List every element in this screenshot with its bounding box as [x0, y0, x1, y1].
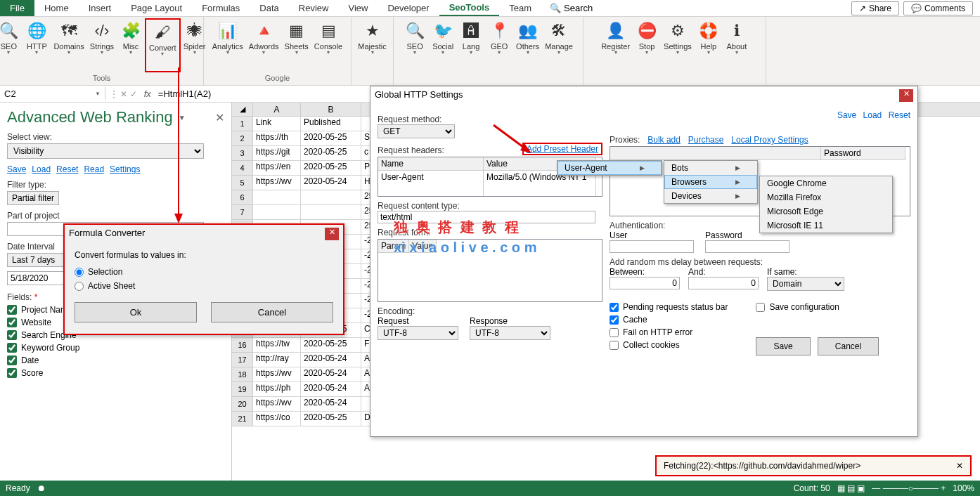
- cancel-button[interactable]: Cancel: [211, 302, 333, 322]
- enc-response-select[interactable]: UTF-8: [470, 326, 550, 340]
- radio-active-sheet[interactable]: [75, 282, 84, 291]
- comments-button[interactable]: 💬Comments: [903, 1, 973, 15]
- menu-home[interactable]: Home: [34, 0, 79, 16]
- chk-date[interactable]: [7, 355, 17, 365]
- http-top-links: Save Load Reset: [610, 110, 910, 120]
- auth-user-input[interactable]: [610, 240, 694, 253]
- link-settings[interactable]: Settings: [110, 164, 140, 174]
- menu-user-agent[interactable]: User-Agent▶: [557, 161, 662, 175]
- col-header-a[interactable]: A: [253, 103, 301, 116]
- ribbon-domains[interactable]: 🗺Domains▾: [51, 18, 86, 72]
- link-save[interactable]: Save: [7, 164, 26, 174]
- proxy-local-settings[interactable]: Local Proxy Settings: [731, 135, 808, 145]
- fx-buttons[interactable]: ⋮ ✕ ✓: [105, 89, 141, 99]
- ribbon-sheets[interactable]: ▦Sheets▾: [282, 18, 311, 72]
- request-method-select[interactable]: GET: [378, 124, 455, 138]
- chk-cache[interactable]: [610, 315, 619, 325]
- file-tab[interactable]: File: [0, 0, 34, 16]
- delay-ifsame[interactable]: Domain: [767, 277, 844, 291]
- ribbon-seo[interactable]: 🔍SEO▾: [0, 18, 22, 72]
- http-save-link[interactable]: Save: [837, 110, 856, 120]
- chk-project-name[interactable]: [7, 305, 17, 315]
- menu-search[interactable]: 🔍Search: [541, 0, 601, 16]
- ribbon-misc[interactable]: 🧩Misc▾: [117, 18, 145, 72]
- chk-search-engine[interactable]: [7, 330, 17, 340]
- filter-type-button[interactable]: Partial filter: [7, 191, 59, 205]
- ribbon-geo[interactable]: 📍GEO▾: [485, 18, 513, 72]
- http-save-button[interactable]: Save: [756, 337, 810, 355]
- ribbon-others[interactable]: 👥Others▾: [513, 18, 542, 72]
- ribbon-register[interactable]: 👤Register▾: [598, 18, 633, 72]
- panel-close-icon[interactable]: ✕: [215, 111, 224, 124]
- ribbon-manage[interactable]: 🛠Manage▾: [542, 18, 576, 72]
- menu-formulas[interactable]: Formulas: [192, 0, 250, 16]
- chk-savecfg[interactable]: [756, 303, 765, 312]
- ribbon-http[interactable]: 🌐HTTP▾: [22, 18, 51, 72]
- ribbon-settings[interactable]: ⚙Settings▾: [661, 18, 695, 72]
- chk-website[interactable]: [7, 318, 17, 327]
- ribbon-majestic[interactable]: ★Majestic▾: [355, 18, 389, 72]
- ribbon-spider[interactable]: 🕷Spider▾: [181, 18, 209, 72]
- http-reset-link[interactable]: Reset: [889, 110, 910, 120]
- menu-bots[interactable]: Bots▶: [664, 161, 757, 175]
- http-load-link[interactable]: Load: [863, 110, 882, 120]
- menu-team[interactable]: Team: [499, 0, 541, 16]
- auth-password-input[interactable]: [705, 240, 789, 253]
- dialog-close-button[interactable]: ✕: [325, 228, 339, 240]
- fetching-close-icon[interactable]: ✕: [956, 461, 963, 471]
- console-icon: ▤: [317, 20, 340, 42]
- status-zoom[interactable]: 100%: [953, 483, 974, 493]
- ribbon-analytics[interactable]: 📊Analytics▾: [209, 18, 246, 72]
- menu-seotools[interactable]: SeoTools: [439, 0, 500, 16]
- menubar: File Home Insert Page Layout Formulas Da…: [0, 0, 980, 17]
- share-button[interactable]: ↗Share: [851, 1, 899, 15]
- col-header-b[interactable]: B: [301, 103, 361, 116]
- menu-insert[interactable]: Insert: [79, 0, 122, 16]
- view-icons[interactable]: ▦ ▤ ▣: [837, 483, 865, 493]
- menu-browsers[interactable]: Browsers▶: [664, 175, 757, 189]
- ribbon-convert[interactable]: 🖌Convert▾: [145, 18, 181, 72]
- ribbon-help[interactable]: 🛟Help▾: [695, 18, 723, 72]
- proxy-purchase[interactable]: Purchase: [688, 135, 724, 145]
- ribbon-stop[interactable]: ⛔Stop▾: [633, 18, 661, 72]
- radio-selection[interactable]: [75, 268, 84, 277]
- delay-between[interactable]: [610, 277, 680, 289]
- chk-fail[interactable]: [610, 328, 619, 337]
- ribbon-seo[interactable]: 🔍SEO▾: [401, 18, 429, 72]
- preset-menu-3[interactable]: Google Chrome Mozilla Firefox Microsoft …: [759, 176, 893, 233]
- menu-devices[interactable]: Devices▶: [664, 189, 757, 203]
- menu-developer[interactable]: Developer: [378, 0, 439, 16]
- menu-ie11[interactable]: Microsoft IE 11: [760, 218, 892, 233]
- link-reset[interactable]: Reset: [56, 164, 78, 174]
- http-dialog-close[interactable]: ✕: [899, 89, 913, 102]
- ok-button[interactable]: Ok: [75, 302, 197, 322]
- menu-view[interactable]: View: [338, 0, 378, 16]
- proxy-bulk-add[interactable]: Bulk add: [647, 135, 681, 145]
- preset-menu-1[interactable]: User-Agent▶: [557, 160, 662, 176]
- menu-data[interactable]: Data: [250, 0, 288, 16]
- ribbon-social[interactable]: 🐦Social▾: [429, 18, 457, 72]
- menu-edge[interactable]: Microsoft Edge: [760, 204, 892, 218]
- name-box[interactable]: C2▼: [0, 87, 105, 100]
- menu-review[interactable]: Review: [289, 0, 339, 16]
- ribbon-lang[interactable]: 🅰Lang▾: [457, 18, 485, 72]
- enc-request-select[interactable]: UTF-8: [378, 326, 458, 340]
- svg-line-2: [494, 125, 526, 149]
- chk-score[interactable]: [7, 368, 17, 378]
- share-icon: ↗: [859, 4, 866, 13]
- delay-and[interactable]: [688, 277, 759, 289]
- chk-keyword-group[interactable]: [7, 343, 17, 353]
- ribbon-about[interactable]: ℹAbout▾: [723, 18, 751, 72]
- menu-chrome[interactable]: Google Chrome: [760, 176, 892, 190]
- link-read[interactable]: Read: [84, 164, 104, 174]
- ribbon-adwords[interactable]: 🔺Adwords▾: [246, 18, 282, 72]
- preset-menu-2[interactable]: Bots▶ Browsers▶ Devices▶: [664, 160, 758, 204]
- ribbon-strings[interactable]: ‹/›Strings▾: [87, 18, 117, 72]
- chk-collect[interactable]: [610, 341, 619, 350]
- menu-page-layout[interactable]: Page Layout: [121, 0, 192, 16]
- chk-pending[interactable]: [610, 303, 619, 312]
- menu-firefox[interactable]: Mozilla Firefox: [760, 190, 892, 204]
- ribbon-console[interactable]: ▤Console▾: [311, 18, 345, 72]
- link-load[interactable]: Load: [32, 164, 51, 174]
- http-cancel-button[interactable]: Cancel: [818, 337, 879, 355]
